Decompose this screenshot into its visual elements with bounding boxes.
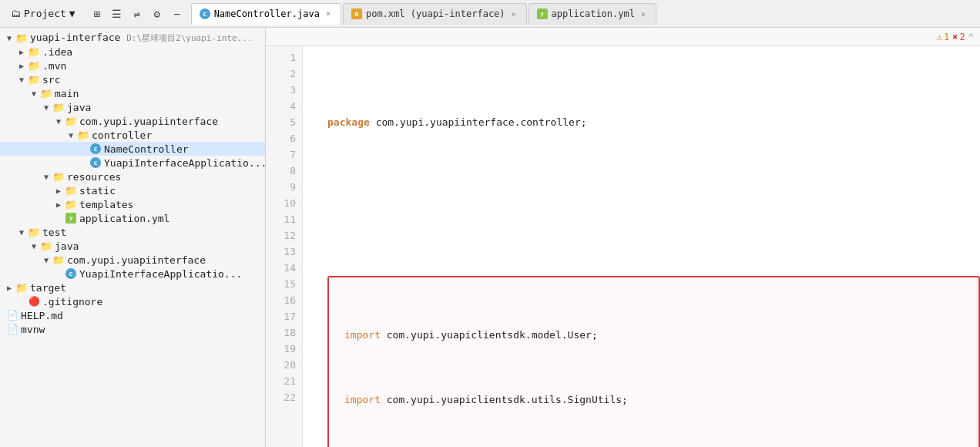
code-line-3: import com.yupi.yuapiclientsdk.model.Use… — [332, 327, 975, 343]
arrow-icon-resources: ▼ — [40, 173, 52, 181]
folder-icon-mvn: 📁 — [28, 59, 40, 72]
sidebar-item-src[interactable]: ▼ 📁 src — [0, 72, 265, 86]
arrow-icon-test-java: ▼ — [28, 242, 40, 250]
folder-icon-resources: 📁 — [52, 170, 65, 183]
arrow-icon-idea: ▶ — [15, 48, 28, 56]
layout-icon[interactable]: ⊞ — [89, 6, 105, 22]
file-icon-mvnw: 📄 — [6, 323, 18, 335]
sidebar-item-gitignore[interactable]: 🔴 .gitignore — [0, 294, 265, 308]
sidebar-item-com-yupi[interactable]: ▼ 📁 com.yupi.yuapiinterface — [0, 114, 265, 128]
arrow-icon-test-com: ▼ — [40, 256, 52, 264]
code-editor[interactable]: 1 2 3 4 5 6 7 8 9 10 11 12 13 14 15 16 1… — [266, 46, 980, 447]
dropdown-arrow-icon: ▼ — [69, 8, 76, 19]
top-bar: 🗂 Project ▼ ⊞ ☰ ⇌ ⚙ − c NameController.j… — [0, 0, 980, 28]
toolbar-right: ⚠ 1 ✖ 2 ⌃ — [937, 32, 974, 42]
arrow-icon-controller: ▼ — [65, 131, 77, 139]
folder-icon-controller: 📁 — [77, 129, 89, 141]
expand-icon[interactable]: ⌃ — [968, 32, 974, 42]
code-text-2 — [327, 195, 980, 211]
folder-icon-main: 📁 — [40, 87, 52, 99]
tab-label-pomxml: pom.xml (yuapi-interface) — [366, 8, 505, 19]
code-text-4: import com.yupi.yuapiclientsdk.utils.Sig… — [344, 392, 975, 408]
sidebar-item-helpmd[interactable]: 📄 HELP.md — [0, 308, 265, 322]
sidebar-label-yuapiapp: YuapiInterfaceApplicatio... — [104, 157, 265, 169]
arrow-icon-mvn: ▶ — [15, 62, 28, 70]
tab-applicationyml[interactable]: y application.yml × — [529, 3, 656, 25]
sidebar-item-templates[interactable]: ▶ 📁 templates — [0, 197, 265, 211]
sidebar-item-yuapi-interface[interactable]: ▼ 📁 yuapi-interface D:\星球项目2\yuapi-inte.… — [0, 31, 265, 45]
sidebar-item-target[interactable]: ▶ 📁 target — [0, 281, 265, 294]
sidebar-label-templates: templates — [79, 199, 133, 210]
sidebar-label-java: java — [67, 102, 91, 113]
sidebar-label-yuapi-interface: yuapi-interface D:\星球项目2\yuapi-inte... — [30, 32, 252, 44]
arrow-icon-test: ▼ — [15, 228, 28, 237]
sidebar-label-controller: controller — [92, 129, 152, 141]
folder-icon-test-com: 📁 — [52, 254, 65, 266]
sidebar-item-yuapiapp[interactable]: c YuapiInterfaceApplicatio... — [0, 156, 265, 170]
file-icon-applicationyml: y — [65, 212, 77, 224]
file-icon-helpmd: 📄 — [6, 309, 18, 321]
code-content[interactable]: package com.yupi.yuapiinterface.controll… — [303, 46, 980, 447]
warning-count: 1 — [944, 32, 949, 42]
sidebar-item-test-app[interactable]: c YuapiInterfaceApplicatio... — [0, 267, 265, 281]
editor-toolbar: ⚠ 1 ✖ 2 ⌃ — [266, 28, 980, 46]
sidebar-item-test[interactable]: ▼ 📁 test — [0, 225, 265, 239]
sidebar-label-test-app: YuapiInterfaceApplicatio... — [79, 268, 242, 280]
tab-pomxml[interactable]: m pom.xml (yuapi-interface) × — [343, 3, 527, 25]
folder-icon-templates: 📁 — [65, 198, 77, 210]
import-highlight-box: import com.yupi.yuapiclientsdk.model.Use… — [327, 276, 980, 447]
project-dropdown[interactable]: 🗂 Project ▼ — [6, 6, 80, 21]
sidebar-item-mvnw[interactable]: 📄 mvnw — [0, 322, 265, 336]
file-icon-namecontroller: c — [89, 143, 102, 155]
sidebar-item-idea[interactable]: ▶ 📁 .idea — [0, 45, 265, 59]
folder-icon-idea: 📁 — [28, 45, 40, 58]
sidebar-item-applicationyml[interactable]: y application.yml — [0, 211, 265, 225]
tab-close-applicationyml[interactable]: × — [639, 9, 648, 19]
sidebar-item-mvn[interactable]: ▶ 📁 .mvn — [0, 59, 265, 72]
sidebar-label-main: main — [55, 88, 79, 99]
code-text-1: package com.yupi.yuapiinterface.controll… — [327, 114, 980, 130]
top-bar-icons: ⊞ ☰ ⇌ ⚙ − — [89, 6, 185, 22]
sidebar-label-resources: resources — [67, 171, 121, 183]
folder-icon-yuapi-interface: 📁 — [15, 32, 28, 44]
sidebar-label-idea: .idea — [42, 46, 72, 58]
sidebar-item-controller[interactable]: ▼ 📁 controller — [0, 128, 265, 142]
tab-icon-c-namecontroller: c — [200, 8, 210, 19]
folder-icon-test: 📁 — [28, 226, 40, 238]
error-badge[interactable]: ✖ 2 — [952, 32, 965, 42]
arrow-icon-yuapi-interface: ▼ — [3, 34, 15, 42]
sidebar-item-resources[interactable]: ▼ 📁 resources — [0, 170, 265, 183]
error-count: 2 — [960, 32, 965, 42]
sidebar-item-static[interactable]: ▶ 📁 static — [0, 183, 265, 197]
sidebar-label-com-yupi: com.yupi.yuapiinterface — [79, 116, 218, 127]
file-icon-gitignore: 🔴 — [28, 295, 40, 308]
arrow-icon-com-yupi: ▼ — [52, 117, 65, 126]
minimize-icon[interactable]: − — [169, 6, 185, 22]
sidebar-label-test-java: java — [55, 240, 79, 252]
sidebar-item-namecontroller[interactable]: c NameController — [0, 142, 265, 156]
sidebar-item-java[interactable]: ▼ 📁 java — [0, 100, 265, 114]
arrow-icon-templates: ▶ — [52, 200, 65, 209]
code-text-3: import com.yupi.yuapiclientsdk.model.Use… — [344, 327, 975, 343]
sidebar-item-main[interactable]: ▼ 📁 main — [0, 86, 265, 100]
code-line-1: package com.yupi.yuapiinterface.controll… — [315, 114, 980, 130]
tab-icon-yml-applicationyml: y — [537, 8, 548, 19]
sidebar-label-target: target — [30, 282, 66, 294]
settings-icon[interactable]: ⚙ — [149, 6, 165, 22]
arrow-icon-src: ▼ — [15, 76, 28, 84]
sidebar-item-test-java[interactable]: ▼ 📁 java — [0, 239, 265, 253]
folder-icon-com-yupi: 📁 — [65, 115, 77, 127]
sidebar-label-mvn: .mvn — [42, 60, 66, 72]
tab-close-pomxml[interactable]: × — [509, 9, 519, 19]
sidebar-label-static: static — [79, 185, 116, 197]
arrow-icon-target: ▶ — [3, 284, 15, 292]
split-icon[interactable]: ⇌ — [129, 6, 145, 22]
project-folder-icon: 🗂 — [11, 8, 21, 19]
tab-close-namecontroller[interactable]: × — [324, 8, 333, 18]
sidebar-label-helpmd: HELP.md — [21, 310, 63, 321]
columns-icon[interactable]: ☰ — [109, 6, 125, 22]
tab-namecontroller[interactable]: c NameController.java × — [191, 3, 341, 25]
sidebar-item-test-com[interactable]: ▼ 📁 com.yupi.yuapiinterface — [0, 253, 265, 267]
warning-badge[interactable]: ⚠ 1 — [937, 32, 949, 42]
editor-area: ⚠ 1 ✖ 2 ⌃ 1 2 3 4 5 6 7 8 9 10 11 12 13 — [266, 28, 980, 447]
